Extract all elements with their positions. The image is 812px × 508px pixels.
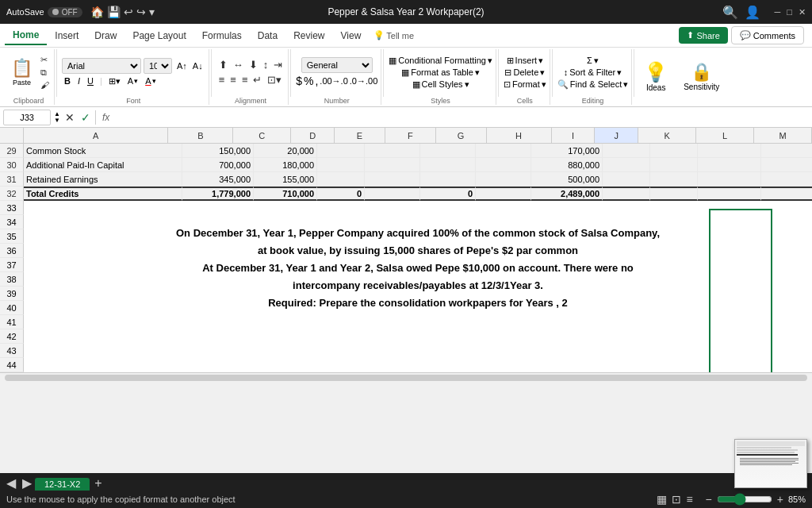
sheet-tab-12-31-x2[interactable]: 12-31-X2 xyxy=(35,478,90,491)
tab-formulas[interactable]: Formulas xyxy=(194,27,250,44)
increase-font-button[interactable]: A↑ xyxy=(174,60,190,71)
col-header-i[interactable]: I xyxy=(552,128,596,143)
align-middle-button[interactable]: ↔ xyxy=(231,58,246,71)
col-header-j[interactable]: J xyxy=(595,128,638,143)
percent-button[interactable]: % xyxy=(304,75,313,87)
cell-d30[interactable] xyxy=(317,158,365,172)
tab-view[interactable]: View xyxy=(333,27,370,44)
home-icon[interactable]: 🏠 xyxy=(90,6,104,18)
col-header-k[interactable]: K xyxy=(638,128,696,143)
cell-j29[interactable] xyxy=(650,144,698,158)
cell-d29[interactable] xyxy=(317,144,365,158)
cell-b32[interactable]: 1,779,000 xyxy=(182,187,254,201)
cell-g30[interactable] xyxy=(476,158,531,172)
undo-icon[interactable]: ↩ xyxy=(124,6,133,18)
col-header-c[interactable]: C xyxy=(233,128,291,143)
borders-button[interactable]: ⊞▾ xyxy=(106,75,123,87)
increase-decimal-button[interactable]: .0→.00 xyxy=(350,76,377,86)
cell-e30[interactable] xyxy=(365,158,420,172)
autosave-toggle[interactable]: AutoSave OFF xyxy=(6,7,82,17)
italic-button[interactable]: I xyxy=(75,75,82,87)
cell-i31[interactable] xyxy=(603,172,650,187)
align-top-button[interactable]: ⬆ xyxy=(216,58,230,71)
cell-h32[interactable]: 2,489,000 xyxy=(531,187,603,201)
horizontal-scrollbar[interactable] xyxy=(0,372,812,382)
cell-c32[interactable]: 710,000 xyxy=(254,187,317,201)
cell-l29[interactable] xyxy=(761,144,812,158)
sensitivity-button[interactable]: 🔒 Sensitivity xyxy=(679,60,724,93)
font-color-button[interactable]: A ▾ xyxy=(143,75,158,87)
tab-data[interactable]: Data xyxy=(250,27,285,44)
comma-button[interactable]: , xyxy=(315,75,318,87)
font-size-select[interactable]: 10 xyxy=(144,58,172,74)
col-header-g[interactable]: G xyxy=(436,128,487,143)
cut-icon[interactable]: ✂ xyxy=(39,54,51,66)
cell-k32[interactable] xyxy=(698,187,761,201)
tellme-input[interactable]: Tell me xyxy=(386,31,414,40)
format-painter-icon[interactable]: 🖌 xyxy=(39,79,51,90)
cell-e32[interactable] xyxy=(365,187,420,201)
tab-draw[interactable]: Draw xyxy=(86,27,124,44)
cell-c30[interactable]: 180,000 xyxy=(254,158,317,172)
cell-j32[interactable] xyxy=(650,187,698,201)
ideas-button[interactable]: 💡 Ideas xyxy=(639,60,672,94)
tab-insert[interactable]: Insert xyxy=(47,27,86,44)
merge-button[interactable]: ⊡▾ xyxy=(265,73,284,87)
cell-j30[interactable] xyxy=(650,158,698,172)
confirm-formula-button[interactable]: ✓ xyxy=(81,111,90,124)
cell-k31[interactable] xyxy=(698,172,761,187)
tab-review[interactable]: Review xyxy=(285,27,332,44)
cell-l31[interactable] xyxy=(761,172,812,187)
cell-a32[interactable]: Total Credits xyxy=(24,187,182,201)
share-button[interactable]: ⬆ Share xyxy=(679,27,727,44)
col-header-f[interactable]: F xyxy=(385,128,436,143)
delete-cells-button[interactable]: ⊟ Delete ▾ xyxy=(504,67,545,78)
save-icon[interactable]: 💾 xyxy=(107,6,121,18)
cell-e31[interactable] xyxy=(365,172,420,187)
cell-d31[interactable] xyxy=(317,172,365,187)
cell-l30[interactable] xyxy=(761,158,812,172)
sort-filter-button[interactable]: ↕ Sort & Filter ▾ xyxy=(564,67,622,78)
zoom-plus-button[interactable]: + xyxy=(777,493,783,506)
col-header-m[interactable]: M xyxy=(754,128,812,143)
cell-j31[interactable] xyxy=(650,172,698,187)
lightbulb-icon[interactable]: 💡 xyxy=(373,30,385,40)
cell-l32[interactable] xyxy=(761,187,812,201)
cell-c29[interactable]: 20,000 xyxy=(254,144,317,158)
text-direction-button[interactable]: ↕ xyxy=(261,58,271,71)
cell-a30[interactable]: Additional Paid-In Capital xyxy=(24,158,182,172)
number-format-select[interactable]: General xyxy=(301,57,373,73)
cell-i32[interactable] xyxy=(603,187,650,201)
cell-h30[interactable]: 880,000 xyxy=(531,158,603,172)
cell-f31[interactable] xyxy=(420,172,476,187)
copy-icon[interactable]: ⧉ xyxy=(39,67,51,79)
cell-ref-arrows[interactable]: ▲ ▼ xyxy=(54,111,60,124)
next-sheet-button[interactable]: ▶ xyxy=(19,475,35,491)
search-icon[interactable]: 🔍 xyxy=(722,5,738,20)
cell-f29[interactable] xyxy=(420,144,476,158)
cell-b29[interactable]: 150,000 xyxy=(182,144,254,158)
format-as-table-button[interactable]: ▦ Format as Table ▾ xyxy=(401,67,480,78)
add-sheet-button[interactable]: + xyxy=(91,476,105,491)
formula-input[interactable] xyxy=(116,110,809,125)
zoom-minus-button[interactable]: − xyxy=(706,493,712,506)
cell-reference-input[interactable] xyxy=(3,110,51,125)
wrap-text-button[interactable]: ↵ xyxy=(251,73,264,87)
redo-icon[interactable]: ↪ xyxy=(136,6,146,18)
cell-i30[interactable] xyxy=(603,158,650,172)
page-layout-view-icon[interactable]: ⊡ xyxy=(672,493,681,506)
sum-button[interactable]: Σ ▾ xyxy=(587,56,599,66)
cell-f30[interactable] xyxy=(420,158,476,172)
prev-sheet-button[interactable]: ◀ xyxy=(3,475,19,491)
col-header-b[interactable]: B xyxy=(168,128,233,143)
cancel-formula-button[interactable]: ✕ xyxy=(65,111,75,124)
comments-button[interactable]: 💬 Comments xyxy=(731,26,804,44)
autosave-pill[interactable]: OFF xyxy=(48,7,82,17)
currency-button[interactable]: $ xyxy=(296,75,302,87)
minimize-icon[interactable]: ─ xyxy=(775,7,781,17)
conditional-formatting-button[interactable]: ▦ Conditional Formatting ▾ xyxy=(389,56,492,66)
close-icon[interactable]: ✕ xyxy=(799,7,806,17)
font-name-select[interactable]: Arial xyxy=(62,58,141,74)
cell-f32[interactable]: 0 xyxy=(420,187,476,201)
cell-b30[interactable]: 700,000 xyxy=(182,158,254,172)
